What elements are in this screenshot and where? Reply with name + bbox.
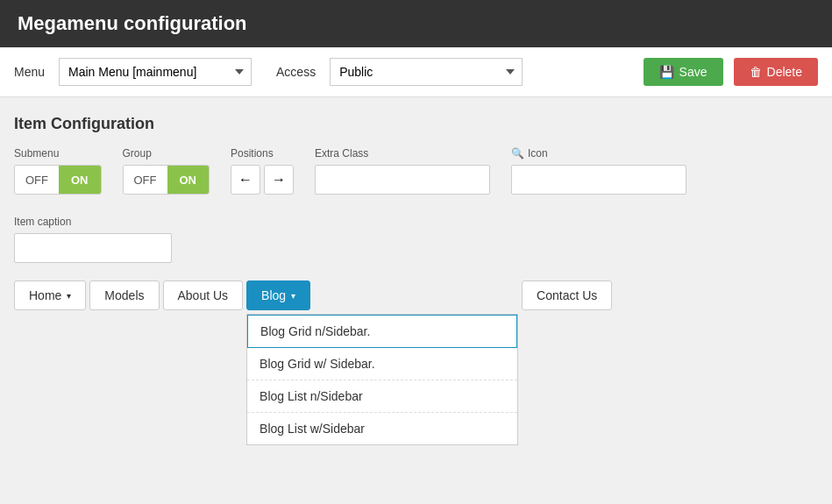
config-row: Submenu OFF ON Group OFF ON Positions ← … [14,147,818,263]
position-right-button[interactable]: → [264,165,294,195]
group-off-button[interactable]: OFF [124,166,167,194]
submenu-off-button[interactable]: OFF [15,166,59,194]
submenu-on-button[interactable]: ON [59,166,101,194]
menu-label: Menu [14,65,45,79]
submenu-item-blog-list-w-sidebar[interactable]: Blog List w/Sidebar [247,413,517,444]
group-toggle-group: OFF ON [123,165,210,195]
about-us-label: About Us [178,288,229,302]
toolbar: Menu Main Menu [mainmenu]Top Menu [topme… [0,47,832,97]
submenu-item-label: Blog List n/Sidebar [260,389,363,403]
models-label: Models [104,288,144,302]
position-left-button[interactable]: ← [231,165,260,195]
positions-label: Positions [231,147,294,160]
submenu-item-blog-grid-w-sidebar[interactable]: Blog Grid w/ Sidebar. [247,348,517,380]
submenu-item-blog-list-no-sidebar[interactable]: Blog List n/Sidebar [247,380,517,413]
menu-nav-area: Home ▾ Models About Us Blog ▾ B [14,280,818,445]
submenu-label: Submenu [14,147,102,160]
blog-submenu-panel: Blog Grid n/Sidebar. Blog Grid w/ Sideba… [246,314,518,445]
submenu-item-label: Blog List w/Sidebar [260,422,365,436]
delete-button[interactable]: 🗑 Delete [734,58,818,86]
menu-nav: Home ▾ Models About Us Blog ▾ B [14,280,818,445]
page-title: Megamenu configuration [18,12,247,34]
submenu-field: Submenu OFF ON [14,147,102,195]
menu-item-about-us[interactable]: About Us [163,280,244,310]
icon-input[interactable] [511,165,686,195]
extra-class-field: Extra Class [315,147,490,195]
submenu-toggle-group: OFF ON [14,165,102,195]
blog-label: Blog [261,288,286,302]
positions-field: Positions ← → [231,147,294,195]
home-label: Home [29,288,61,302]
menu-item-contact-us[interactable]: Contact Us [522,280,612,310]
contact-us-label: Contact Us [537,288,597,302]
home-dropdown-icon: ▾ [67,291,71,301]
submenu-item-label: Blog Grid w/ Sidebar. [260,357,375,371]
submenu-item-label: Blog Grid n/Sidebar. [260,324,370,338]
blog-dropdown-container: Blog ▾ Blog Grid n/Sidebar. Blog Grid w/… [246,280,518,445]
save-icon: 💾 [659,65,674,79]
trash-icon: 🗑 [750,65,762,79]
item-config-title: Item Configuration [14,115,818,133]
group-label: Group [123,147,210,160]
delete-label: Delete [767,65,802,79]
search-icon: 🔍 [511,147,524,160]
item-caption-input[interactable] [14,233,172,263]
menu-item-models[interactable]: Models [89,280,159,310]
group-on-button[interactable]: ON [167,166,210,194]
extra-class-label: Extra Class [315,147,490,160]
menu-item-home[interactable]: Home ▾ [14,280,86,310]
menu-select[interactable]: Main Menu [mainmenu]Top Menu [topmenu]Fo… [59,58,252,86]
icon-label: 🔍 Icon [511,147,686,160]
item-caption-label: Item caption [14,216,172,228]
menu-item-blog[interactable]: Blog ▾ [246,280,310,310]
main-content: Item Configuration Submenu OFF ON Group … [0,97,832,463]
access-select[interactable]: PublicRegisteredGuestSuper Users [330,58,523,86]
arrow-left-icon: ← [238,172,252,188]
page-title-bar: Megamenu configuration [0,0,832,47]
group-field: Group OFF ON [123,147,210,195]
positions-group: ← → [231,165,294,195]
arrow-right-icon: → [272,172,286,188]
icon-field: 🔍 Icon [511,147,686,195]
extra-class-input[interactable] [315,165,490,195]
item-caption-field: Item caption [14,216,172,263]
access-label: Access [276,65,316,79]
save-button[interactable]: 💾 Save [644,58,723,86]
blog-dropdown-icon: ▾ [291,291,295,301]
save-label: Save [679,65,708,79]
submenu-item-blog-grid-sidebar[interactable]: Blog Grid n/Sidebar. [247,315,517,348]
